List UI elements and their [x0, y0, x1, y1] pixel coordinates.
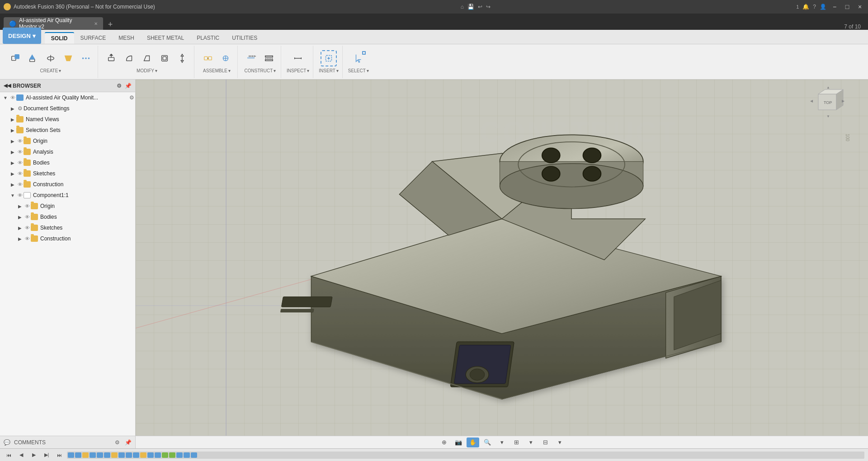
timeline-last-button[interactable]: ⏭ [54, 450, 64, 460]
comp-bodies-toggle[interactable]: ▶ [16, 213, 24, 221]
root-eye[interactable]: 👁 [9, 94, 16, 101]
timeline-item[interactable] [155, 452, 161, 458]
root-toggle[interactable]: ▼ [2, 94, 9, 101]
undo-icon[interactable]: ↩ [478, 4, 482, 10]
timeline-item[interactable] [169, 452, 175, 458]
timeline-item[interactable] [147, 452, 154, 458]
tree-item-construction[interactable]: ▶ 👁 Construction [0, 179, 135, 190]
home-icon[interactable]: ⌂ [461, 4, 464, 10]
timeline-item[interactable] [162, 452, 168, 458]
notifications-icon[interactable]: 🔔 [802, 4, 809, 10]
create-label[interactable]: CREATE ▾ [40, 68, 61, 73]
offset-plane-button[interactable] [243, 50, 259, 66]
tab-surface[interactable]: SURFACE [74, 32, 113, 44]
comp-sketches-eye[interactable]: 👁 [24, 224, 31, 231]
insert-button[interactable] [321, 50, 337, 66]
timeline-item[interactable] [184, 452, 190, 458]
comp-origin-eye[interactable]: 👁 [24, 202, 31, 210]
tree-item-origin[interactable]: ▶ 👁 Origin [0, 136, 135, 146]
assemble-label[interactable]: ASSEMBLE ▾ [203, 68, 231, 73]
timeline-item[interactable] [90, 452, 96, 458]
collapse-browser-icon[interactable]: ◀◀ [4, 83, 11, 89]
comments-pin[interactable]: 📌 [124, 439, 132, 446]
press-pull-button[interactable] [104, 50, 120, 66]
construction-toggle[interactable]: ▶ [9, 181, 16, 188]
revolve-button[interactable] [42, 50, 59, 66]
comp-sketches-toggle[interactable]: ▶ [16, 224, 24, 231]
save-icon[interactable]: 💾 [467, 4, 474, 10]
construct-label[interactable]: CONSTRUCT ▾ [245, 68, 276, 73]
tree-item-analysis[interactable]: ▶ 👁 Analysis [0, 146, 135, 157]
timeline-item[interactable] [68, 452, 74, 458]
bodies-eye[interactable]: 👁 [16, 159, 24, 166]
close-button[interactable]: × [855, 2, 864, 11]
browser-settings-icon[interactable]: ⚙ [115, 82, 123, 89]
grid-dropdown-button[interactable]: ▾ [553, 437, 566, 447]
extrude-button[interactable] [25, 50, 41, 66]
comp-origin-toggle[interactable]: ▶ [16, 202, 24, 210]
zoom-dropdown-button[interactable]: ▾ [495, 437, 508, 447]
timeline-item[interactable] [118, 452, 125, 458]
redo-icon[interactable]: ↪ [486, 4, 491, 10]
doc-settings-toggle[interactable]: ▶ [9, 105, 16, 112]
design-dropdown-button[interactable]: DESIGN ▾ [3, 28, 41, 44]
timeline-item[interactable] [104, 452, 110, 458]
maximize-button[interactable]: □ [843, 2, 852, 11]
camera-button[interactable]: 📷 [452, 437, 465, 447]
comp-bodies-eye[interactable]: 👁 [24, 213, 31, 221]
timeline-item[interactable] [97, 452, 103, 458]
browser-pin-icon[interactable]: 📌 [124, 82, 132, 89]
timeline-play-button[interactable]: ▶ [29, 450, 39, 460]
account-icon[interactable]: 👤 [820, 4, 826, 10]
sketches-toggle[interactable]: ▶ [9, 170, 16, 177]
new-tab-button[interactable]: + [105, 19, 116, 30]
select-label[interactable]: SELECT ▾ [348, 68, 369, 73]
construction-eye[interactable]: 👁 [16, 181, 24, 188]
timeline-item[interactable] [133, 452, 139, 458]
move-copy-button[interactable] [174, 50, 190, 66]
tab-utilities[interactable]: UTILITIES [226, 32, 264, 44]
tree-item-comp-origin[interactable]: ▶ 👁 Origin [0, 201, 135, 212]
tab-plastic[interactable]: PLASTIC [190, 32, 226, 44]
snap-button[interactable]: ⊕ [438, 437, 450, 447]
comments-settings[interactable]: ⚙ [113, 439, 121, 446]
as-built-joint-button[interactable] [217, 50, 234, 66]
help-icon[interactable]: ? [813, 4, 816, 10]
timeline-item[interactable] [75, 452, 81, 458]
timeline-item[interactable] [111, 452, 118, 458]
inspect-label[interactable]: INSPECT ▾ [287, 68, 309, 73]
tree-item-component1[interactable]: ▼ 👁 Component1:1 [0, 190, 135, 201]
tree-item-bodies[interactable]: ▶ 👁 Bodies [0, 157, 135, 168]
timeline-first-button[interactable]: ⏮ [4, 450, 14, 460]
insert-label[interactable]: INSERT ▾ [319, 68, 339, 73]
new-component-button[interactable] [7, 50, 24, 66]
component1-eye[interactable]: 👁 [16, 192, 24, 199]
display-settings-button[interactable]: ⊞ [510, 437, 523, 447]
measure-button[interactable] [290, 50, 306, 66]
origin-toggle[interactable]: ▶ [9, 137, 16, 145]
modify-label[interactable]: MODIFY ▾ [137, 68, 157, 73]
fillet-button[interactable] [121, 50, 137, 66]
analysis-toggle[interactable]: ▶ [9, 148, 16, 155]
sketches-eye[interactable]: 👁 [16, 170, 24, 177]
chamfer-button[interactable] [139, 50, 155, 66]
viewport[interactable]: CONSTRUCT - [136, 80, 868, 448]
component1-toggle[interactable]: ▼ [9, 192, 16, 199]
shell-button[interactable] [156, 50, 173, 66]
tree-item-selection-sets[interactable]: ▶ Selection Sets [0, 125, 135, 136]
timeline-item[interactable] [191, 452, 197, 458]
timeline-item[interactable] [176, 452, 183, 458]
timeline-item[interactable] [82, 452, 89, 458]
comp-construction-eye[interactable]: 👁 [24, 235, 31, 242]
minimize-button[interactable]: − [830, 2, 839, 11]
timeline-item[interactable] [126, 452, 132, 458]
tree-item-named-views[interactable]: ▶ Named Views [0, 114, 135, 125]
bodies-toggle[interactable]: ▶ [9, 159, 16, 166]
tab-solid[interactable]: SOLID [45, 32, 74, 44]
tree-root[interactable]: ▼ 👁 AI-assisted Air Quality Monit... ⚙ [0, 92, 135, 103]
origin-eye[interactable]: 👁 [16, 137, 24, 145]
analysis-eye[interactable]: 👁 [16, 148, 24, 155]
joint-button[interactable] [200, 50, 216, 66]
tree-item-comp-bodies[interactable]: ▶ 👁 Bodies [0, 212, 135, 222]
timeline-next-button[interactable]: ▶| [42, 450, 52, 460]
